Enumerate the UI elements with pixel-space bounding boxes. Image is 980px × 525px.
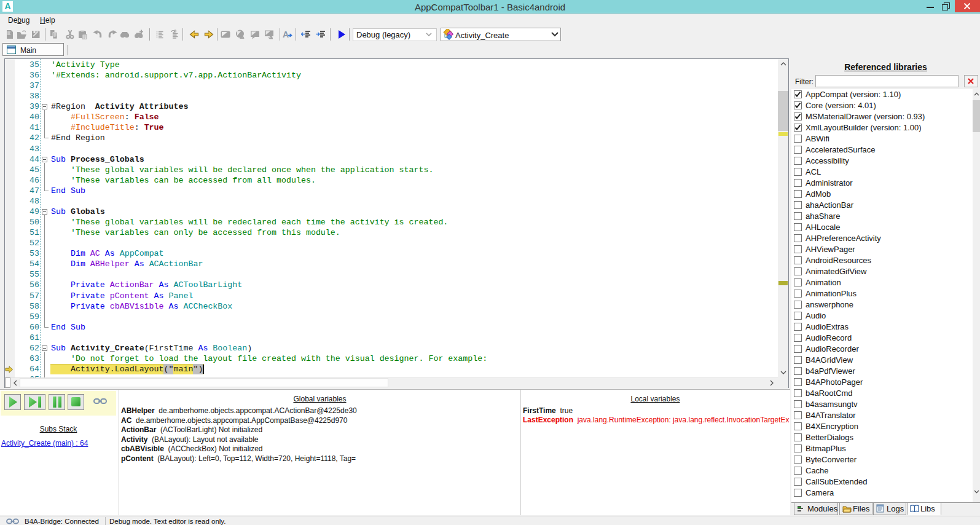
svg-text:A: A: [283, 30, 289, 39]
